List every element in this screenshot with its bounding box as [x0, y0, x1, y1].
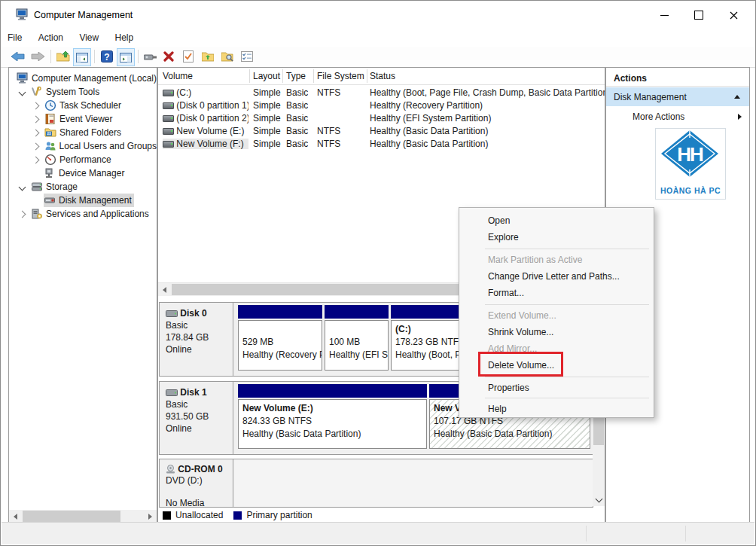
chevron-right-icon[interactable]	[32, 102, 40, 109]
chevron-right-icon[interactable]	[32, 142, 39, 150]
chevron-down-icon[interactable]	[19, 88, 26, 96]
forward-button[interactable]	[29, 48, 46, 65]
tree-label: Disk Management	[59, 195, 132, 206]
console-tree-pane: Computer Management (Local) System Tools…	[8, 67, 157, 523]
volume-row-disk0-p2[interactable]: (Disk 0 partition 2) Simple Basic Health…	[158, 112, 605, 125]
tree-item-task-scheduler[interactable]: Task Scheduler	[9, 99, 157, 112]
tree-label: Device Manager	[59, 168, 124, 178]
partition-bar	[325, 305, 389, 319]
delete-x-icon	[163, 51, 174, 62]
disk-management-icon	[44, 194, 56, 206]
disk1-partition-e[interactable]: New Volume (E:) 824.33 GB NTFS Healthy (…	[238, 384, 427, 452]
folder-import-icon	[202, 51, 214, 62]
disk0-partition-efi[interactable]: 100 MB Healthy (EFI System Partition)	[325, 305, 389, 374]
menu-file[interactable]: File	[1, 29, 29, 46]
tree-item-computer-management[interactable]: Computer Management (Local)	[9, 72, 157, 85]
delete-volume-highlight-box	[478, 352, 563, 377]
tree-item-device-manager[interactable]: Device Manager	[9, 166, 157, 180]
chevron-right-icon[interactable]	[19, 210, 26, 218]
more-actions[interactable]: More Actions	[606, 108, 749, 126]
chevron-right-icon[interactable]	[32, 129, 40, 136]
system-tools-icon	[31, 86, 43, 98]
col-volume[interactable]: Volume	[163, 71, 193, 81]
menu-item-change-drive-letter[interactable]: Change Drive Letter and Paths...	[459, 268, 654, 285]
menu-item-shrink-volume[interactable]: Shrink Volume...	[459, 324, 654, 340]
scroll-left-arrow-icon[interactable]	[163, 287, 166, 293]
hoang-ha-pc-logo: HH HOÀNG HÀ PC	[655, 128, 726, 200]
disk0-partition-recovery[interactable]: 529 MB Healthy (Recovery Partition)	[238, 305, 322, 374]
computer-management-window: Computer Management File Action View Hel…	[0, 0, 756, 546]
cdrom-header[interactable]: CD-ROM 0 DVD (D:) No Media	[160, 459, 233, 507]
disk0-header[interactable]: Disk 0 Basic 178.84 GB Online	[160, 303, 233, 376]
partition-bar	[238, 305, 322, 319]
selected-tree-item: Disk Management	[44, 194, 134, 207]
volume-row-c[interactable]: (C:) Simple Basic NTFS Healthy (Boot, Pa…	[158, 87, 605, 99]
tree-item-services-and-applications[interactable]: Services and Applications	[9, 207, 157, 221]
chevron-down-icon[interactable]	[19, 183, 26, 191]
volume-icon	[163, 115, 174, 122]
back-button[interactable]	[10, 48, 26, 65]
scroll-left-arrow-icon[interactable]	[14, 514, 17, 520]
menu-item-explore[interactable]: Explore	[459, 229, 654, 246]
forward-icon	[31, 52, 44, 61]
minimize-button[interactable]	[647, 1, 681, 29]
tree-label: Event Viewer	[59, 114, 112, 124]
checklist-button[interactable]	[239, 48, 255, 65]
menu-view[interactable]: View	[72, 29, 105, 46]
cdrom-row: CD-ROM 0 DVD (D:) No Media	[159, 459, 593, 508]
menu-item-format[interactable]: Format...	[459, 285, 654, 301]
menu-item-open[interactable]: Open	[459, 212, 654, 229]
disk1-header[interactable]: Disk 1 Basic 931.50 GB Online	[160, 382, 233, 454]
col-layout[interactable]: Layout	[253, 71, 280, 81]
tree-item-event-viewer[interactable]: Event Viewer	[9, 112, 157, 126]
tree-item-local-users-and-groups[interactable]: Local Users and Groups	[9, 139, 157, 153]
tree-item-storage[interactable]: Storage	[9, 180, 157, 194]
device-tool-button[interactable]	[142, 48, 159, 65]
col-type[interactable]: Type	[286, 71, 306, 81]
tree-item-disk-management[interactable]: Disk Management	[9, 194, 157, 207]
toggle-action-pane-button[interactable]	[117, 48, 135, 66]
scroll-down-arrow[interactable]	[593, 493, 605, 506]
volume-row-f-selected[interactable]: New Volume (F:) Simple Basic NTFS Health…	[158, 138, 605, 151]
menu-action[interactable]: Action	[32, 29, 70, 46]
up-level-button[interactable]	[55, 48, 72, 65]
toolbar: ?	[1, 47, 755, 68]
close-button[interactable]	[716, 1, 751, 29]
checklist-icon	[241, 51, 253, 62]
menu-help[interactable]: Help	[108, 29, 141, 46]
folder-search-icon	[221, 51, 234, 63]
tree-item-shared-folders[interactable]: 23 Shared Folders	[9, 126, 157, 139]
disk-icon	[166, 389, 178, 396]
maximize-button[interactable]	[681, 1, 716, 29]
menu-item-help[interactable]: Help	[459, 401, 654, 417]
search-folder-button[interactable]	[219, 48, 236, 65]
expand-arrow-icon[interactable]	[738, 114, 742, 120]
col-status[interactable]: Status	[370, 71, 395, 81]
menu-item-extend-volume: Extend Volume...	[459, 307, 654, 324]
menu-bar: File Action View Help	[1, 29, 755, 47]
import-button[interactable]	[200, 48, 216, 65]
tree-horizontal-scrollbar[interactable]	[9, 510, 157, 523]
scroll-right-arrow-icon[interactable]	[148, 514, 152, 520]
chevron-right-icon[interactable]	[32, 156, 40, 163]
actions-group-disk-management[interactable]: Disk Management	[606, 87, 749, 106]
toggle-console-tree-button[interactable]	[73, 48, 91, 66]
volume-icon	[163, 90, 174, 96]
title-bar: Computer Management	[1, 1, 755, 29]
volume-row-disk0-p1[interactable]: (Disk 0 partition 1) Simple Basic Health…	[158, 99, 605, 112]
actions-title: Actions	[614, 73, 647, 84]
help-button[interactable]: ?	[99, 48, 115, 65]
properties-button[interactable]	[180, 48, 197, 65]
col-file-system[interactable]: File System	[317, 71, 364, 81]
task-scheduler-icon	[44, 99, 56, 111]
collapse-arrow-icon[interactable]	[734, 95, 740, 99]
menu-item-properties[interactable]: Properties	[459, 380, 654, 396]
tree-label: System Tools	[46, 87, 99, 97]
chevron-right-icon[interactable]	[32, 115, 40, 123]
tree-item-system-tools[interactable]: System Tools	[9, 85, 157, 99]
volume-row-e[interactable]: New Volume (E:) Simple Basic NTFS Health…	[158, 125, 605, 138]
tree-item-performance[interactable]: Performance	[9, 153, 157, 166]
logo-diamond-icon: HH	[656, 129, 724, 178]
scrollbar-thumb[interactable]	[23, 511, 120, 522]
delete-button[interactable]	[160, 48, 177, 65]
